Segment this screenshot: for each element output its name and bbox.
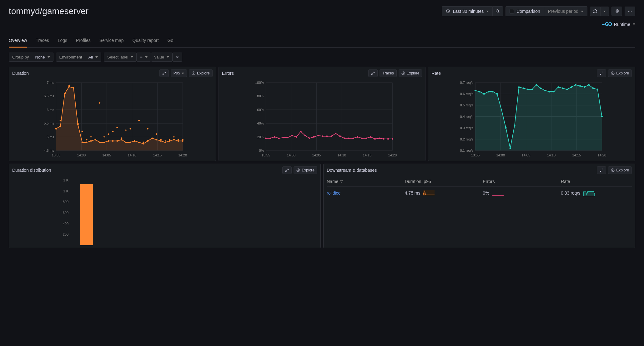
svg-text:1 K: 1 K (63, 178, 68, 182)
svg-text:200: 200 (63, 232, 68, 236)
svg-point-191 (558, 86, 559, 88)
zoom-out-icon (496, 9, 500, 13)
svg-text:600: 600 (63, 211, 68, 215)
svg-point-140 (374, 138, 376, 140)
svg-point-142 (383, 138, 385, 140)
svg-point-129 (326, 135, 328, 137)
explore-button[interactable]: Explore (189, 69, 213, 77)
svg-text:6.5 ms: 6.5 ms (44, 94, 54, 98)
refresh-icon (593, 9, 597, 13)
svg-text:14:00: 14:00 (77, 153, 86, 157)
explore-button[interactable]: Explore (294, 166, 317, 174)
expand-button[interactable] (282, 166, 292, 174)
environment-label: Environment (56, 53, 85, 61)
errors-sparkline (492, 190, 504, 196)
tab-service-map[interactable]: Service map (99, 35, 124, 47)
table-header: Name Duration, p95 Errors Rate (327, 176, 632, 187)
operator-select[interactable]: = (137, 53, 151, 62)
chevron-down-icon (581, 11, 583, 12)
label-select[interactable]: Select label (104, 53, 137, 62)
svg-rect-86 (169, 139, 171, 140)
svg-text:13:55: 13:55 (52, 153, 61, 157)
tab-quality-report[interactable]: Quality report (133, 35, 159, 47)
table-row[interactable]: rolldice 4.75 ms 0% 0.83 req/s (327, 187, 632, 199)
svg-rect-85 (164, 140, 166, 142)
svg-point-121 (291, 135, 293, 136)
svg-point-36 (82, 141, 83, 143)
group-by-label: Group by (9, 53, 32, 61)
svg-text:0.5 req/s: 0.5 req/s (460, 103, 474, 107)
refresh-button[interactable] (590, 7, 600, 16)
svg-point-145 (611, 72, 614, 75)
rate-chart[interactable]: 0.1 req/s0.2 req/s0.3 req/s0.4 req/s0.5 … (431, 79, 632, 158)
svg-point-130 (330, 135, 332, 137)
time-range-picker[interactable]: Last 30 minutes (442, 6, 492, 16)
environment-select[interactable]: All (85, 53, 101, 61)
tab-traces[interactable]: Traces (36, 35, 49, 47)
tab-overview[interactable]: Overview (9, 35, 27, 47)
duration-chart[interactable]: 4.5 ms5 ms5.5 ms6 ms6.5 ms7 ms13:5514:00… (12, 79, 213, 158)
value-select[interactable]: value (151, 53, 173, 62)
expand-button[interactable] (597, 166, 606, 174)
svg-point-128 (322, 135, 323, 137)
svg-point-122 (295, 136, 297, 138)
distribution-chart[interactable]: 2004006008001 K1 K (12, 176, 317, 245)
expand-button[interactable] (597, 69, 606, 77)
tab-bar: Overview Traces Logs Profiles Service ma… (9, 35, 635, 48)
svg-text:400: 400 (63, 222, 68, 226)
more-menu-button[interactable] (625, 7, 635, 16)
svg-text:14:00: 14:00 (287, 153, 295, 157)
compass-icon (611, 168, 615, 172)
errors-chart[interactable]: 0%20%40%60%80%100%13:5514:0014:0514:1014… (222, 79, 422, 158)
svg-rect-81 (147, 128, 149, 130)
explore-button[interactable]: Explore (608, 69, 632, 77)
expand-button[interactable] (368, 69, 378, 77)
expand-icon (162, 71, 166, 75)
svg-point-186 (536, 84, 537, 86)
chevron-down-icon (95, 56, 98, 58)
comparison-toggle[interactable]: Comparison (506, 6, 544, 16)
svg-point-190 (553, 91, 555, 92)
svg-rect-75 (121, 137, 123, 139)
checkbox-icon (510, 9, 514, 13)
svg-point-180 (510, 147, 511, 149)
tab-profiles[interactable]: Profiles (76, 35, 91, 47)
svg-point-172 (475, 90, 476, 91)
runtime-selector[interactable]: ∽GO Runtime (601, 21, 635, 27)
group-by-select[interactable]: None (32, 53, 53, 61)
metric-select[interactable]: P95 (171, 69, 187, 77)
svg-point-200 (597, 89, 598, 90)
svg-point-188 (545, 90, 546, 91)
svg-rect-74 (116, 126, 118, 128)
explore-button[interactable]: Explore (608, 166, 632, 174)
svg-text:14:05: 14:05 (522, 153, 531, 157)
traces-button[interactable]: Traces (380, 69, 396, 77)
panel-title: Downstream & databases (327, 168, 377, 173)
filter-icon[interactable] (340, 180, 343, 184)
rate-panel: Rate Explore 0.1 req/s0.2 req/s0.3 req/s… (428, 67, 635, 161)
svg-point-125 (309, 137, 310, 139)
panel-title: Duration distribution (12, 168, 51, 173)
zoom-out-button[interactable] (492, 6, 503, 16)
svg-text:0.7 req/s: 0.7 req/s (460, 81, 474, 84)
page-title: tommyd/gameserver (9, 6, 88, 16)
tab-go[interactable]: Go (168, 35, 174, 47)
svg-point-198 (588, 84, 590, 86)
svg-point-189 (549, 91, 551, 92)
svg-text:14:20: 14:20 (598, 153, 606, 157)
svg-text:80%: 80% (257, 94, 264, 98)
svg-text:14:05: 14:05 (103, 153, 111, 157)
service-link[interactable]: rolldice (327, 191, 340, 196)
svg-point-126 (313, 136, 314, 138)
svg-rect-83 (156, 133, 158, 135)
svg-rect-73 (112, 130, 114, 132)
clear-filter-button[interactable] (173, 53, 182, 62)
svg-point-181 (514, 125, 516, 126)
flame-button[interactable] (611, 7, 622, 16)
tab-logs[interactable]: Logs (58, 35, 67, 47)
refresh-interval-select[interactable] (600, 7, 609, 16)
comparison-period-select[interactable]: Previous period (544, 6, 587, 16)
svg-point-138 (365, 137, 367, 139)
expand-button[interactable] (159, 69, 169, 77)
explore-button[interactable]: Explore (399, 69, 422, 77)
